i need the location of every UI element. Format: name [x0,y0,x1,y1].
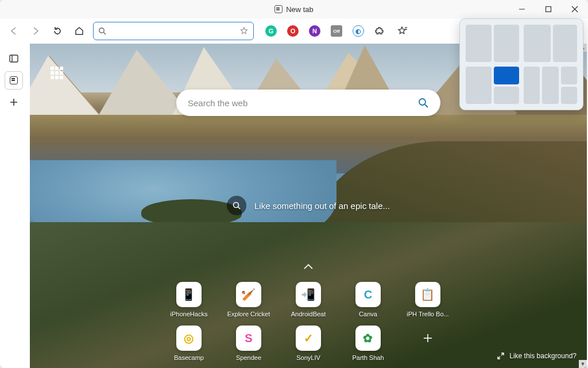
home-button[interactable] [71,23,87,39]
snap-zone[interactable] [553,25,577,62]
tile-icon: 🏏 [236,282,261,307]
quick-link-tile[interactable]: ✿Parth Shah [352,326,384,361]
window-title: New tab [274,5,314,14]
web-search-box[interactable] [176,90,440,116]
snap-layout-2col-wide[interactable] [524,25,577,62]
forward-button[interactable] [28,23,44,39]
newtab-icon [274,5,283,13]
tile-icon: ✿ [355,326,381,351]
tile-icon: ◎ [176,326,202,351]
tile-label: Basecamp [174,354,204,361]
snap-zone-active[interactable] [494,67,520,84]
quick-link-tile[interactable]: ◎Basecamp [174,326,204,361]
quick-link-tile[interactable]: ✓SonyLIV [296,326,321,361]
svg-point-12 [419,99,425,105]
extensions-button[interactable] [372,23,388,39]
image-caption: Like something out of an epic tale... [227,196,390,215]
tab-actions-button[interactable] [5,49,23,68]
quick-link-tile[interactable]: 🏏Explore Cricket [227,282,270,317]
tile-icon: S [236,326,261,351]
quick-link-tile[interactable]: CCanva [355,282,381,317]
window-controls [509,0,588,18]
caption-text: Like something out of an epic tale... [254,201,390,211]
plus-icon [415,326,440,351]
current-tab-button[interactable] [5,71,23,90]
svg-line-5 [104,33,106,35]
browser-window: New tab GONOff◐ [0,0,588,368]
snap-layout-2col[interactable] [466,25,519,62]
extension-buttons: GONOff◐ [263,23,366,39]
address-bar[interactable] [93,22,254,40]
snap-zone[interactable] [466,67,492,104]
snap-zone[interactable] [561,87,577,104]
extension-grammarly[interactable]: G [263,23,279,39]
address-input[interactable] [110,27,249,36]
back-button[interactable] [6,23,22,39]
snap-zone[interactable] [494,87,520,104]
svg-point-4 [99,28,104,33]
web-search-input[interactable] [188,98,417,108]
quick-link-tile[interactable]: 📱iPhoneHacks [171,282,208,317]
new-tab-button[interactable] [5,93,23,111]
quick-link-tile[interactable]: SSpendee [236,326,261,361]
svg-line-15 [238,207,241,210]
vertical-tab-sidebar [5,49,25,111]
favorite-star-icon[interactable] [239,26,249,36]
snap-zone[interactable] [561,67,577,84]
svg-line-13 [425,104,428,107]
svg-rect-8 [10,55,18,62]
extension-offline[interactable]: Off [328,23,345,39]
tile-icon: ✓ [296,326,321,351]
quick-links-grid: 📱iPhoneHacks🏏Explore Cricket📲AndroidBeat… [161,282,455,361]
extension-circle[interactable]: ◐ [350,23,366,39]
like-background-text: Like this background? [509,352,577,360]
search-icon[interactable] [417,97,429,109]
quick-link-tile[interactable]: 📲AndroidBeat [291,282,326,317]
add-site-button[interactable] [415,326,440,361]
window-title-text: New tab [286,5,314,14]
scroll-up-chevron[interactable] [303,262,314,270]
caption-search-icon[interactable] [227,196,246,215]
snap-zone[interactable] [494,25,520,62]
minimize-button[interactable] [509,0,535,18]
like-background-link[interactable]: Like this background? [497,352,577,360]
tile-label: Parth Shah [352,354,384,361]
tile-label: Spendee [236,354,261,361]
tile-icon: 📱 [176,282,202,307]
maximize-button[interactable] [535,0,562,18]
tile-icon: 📋 [415,282,440,307]
tile-label: iPhoneHacks [171,311,208,317]
app-launcher-icon[interactable] [51,67,63,79]
titlebar: New tab [0,0,588,18]
tile-icon: 📲 [296,282,321,307]
snap-zone[interactable] [542,67,558,104]
extension-adblock[interactable]: O [285,23,301,39]
tile-icon: C [355,282,381,307]
snap-zone[interactable] [466,25,492,62]
tile-label: Explore Cricket [227,311,270,317]
snap-zone[interactable] [524,67,540,104]
tile-label: Canva [359,311,377,317]
snap-layout-1-2[interactable] [466,67,519,104]
scroll-down-button[interactable]: ▼ [579,360,587,368]
search-icon [98,27,106,35]
quick-link-tile[interactable]: 📋iPH Trello Bo... [407,282,448,317]
svg-rect-1 [546,7,551,12]
tile-label: SonyLIV [296,354,320,361]
tile-label: AndroidBeat [291,311,326,317]
snap-zone[interactable] [524,25,551,62]
svg-point-14 [234,203,239,208]
close-button[interactable] [562,0,588,18]
extension-onenote[interactable]: N [307,23,323,39]
expand-icon [497,352,505,360]
snap-layout-flyout [459,18,583,110]
snap-layout-3col[interactable] [524,67,577,104]
favorites-button[interactable] [394,23,410,39]
tile-label: iPH Trello Bo... [407,311,448,317]
refresh-button[interactable] [49,23,65,39]
